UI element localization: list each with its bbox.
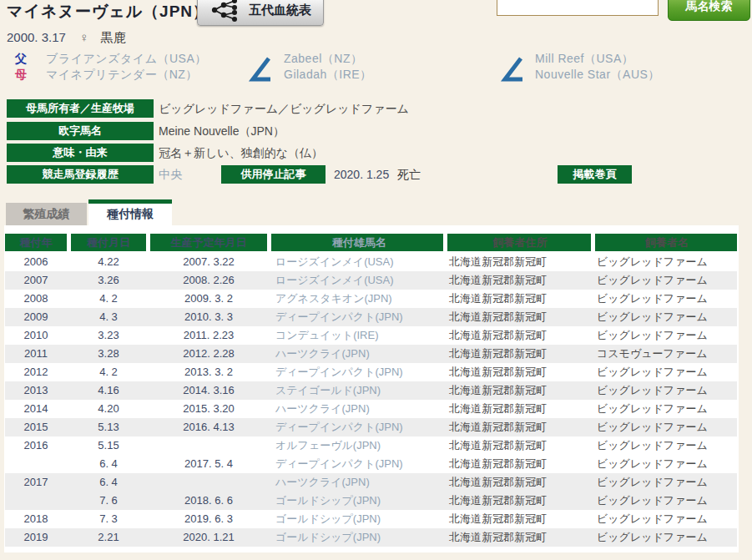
angle-icon <box>246 55 276 83</box>
death-note: 2020. 1.25 死亡 <box>334 165 421 184</box>
stallion-name[interactable]: コンデュイット(IRE) <box>271 326 443 345</box>
info-row: 競走馬登録履歴 中央 供用停止記事 2020. 1.25 死亡 掲載巻頁 <box>0 165 752 184</box>
table-row: 20165.15オルフェーヴル(JPN)北海道新冠郡新冠町ビッグレッドファーム <box>5 436 737 455</box>
breeder-name: ビッグレッドファーム <box>595 290 737 308</box>
info-value-latin-name: Meine Nouvelle（JPN） <box>159 122 285 140</box>
due-date: 2012. 2.28 <box>150 345 267 363</box>
table-row: 20073.262008. 2.26ロージズインメイ(USA)北海道新冠郡新冠町… <box>5 271 737 290</box>
due-date: 2015. 3.20 <box>150 400 267 418</box>
due-date: 2009. 3. 2 <box>150 290 267 308</box>
stallion-name[interactable]: アグネスタキオン(JPN) <box>271 290 443 308</box>
seed-year: 2009 <box>5 308 67 326</box>
breeder-name: ビッグレッドファーム <box>595 492 737 510</box>
stallion-name[interactable]: ハーツクライ(JPN) <box>271 400 443 418</box>
horse-search-button[interactable]: 馬名検索 <box>668 0 750 21</box>
breeder-name: コスモヴューファーム <box>595 345 737 363</box>
seed-year: 2015 <box>5 418 67 436</box>
seed-year: 2008 <box>5 290 67 308</box>
seed-year: 2014 <box>5 400 67 418</box>
seed-date: 4.22 <box>71 253 146 271</box>
tab-mating-info[interactable]: 種付情報 <box>88 199 172 225</box>
stallion-name[interactable]: ステイゴールド(JPN) <box>271 381 443 400</box>
stallion-name[interactable]: ゴールドシップ(JPN) <box>271 510 443 528</box>
due-date: 2017. 5. 4 <box>150 455 267 473</box>
stallion-name[interactable]: ロージズインメイ(USA) <box>271 253 443 271</box>
column-header-due-date: 生産予定年月日 <box>150 234 267 251</box>
seed-date: 3.26 <box>71 271 146 290</box>
seed-date: 3.23 <box>71 326 146 345</box>
stallion-name[interactable]: ディープインパクト(JPN) <box>271 455 443 473</box>
stallion-name[interactable]: ディープインパクト(JPN) <box>271 308 443 326</box>
due-date: 2016. 4.13 <box>150 418 267 436</box>
table-header-row: 種付年種付月日生産予定年月日種付雄馬名飼養者住所飼養者名 <box>5 234 737 251</box>
info-value-registration-history: 中央 <box>159 165 182 184</box>
stallion-name[interactable]: ゴールドシップ(JPN) <box>271 492 443 510</box>
dam-dam-name[interactable]: Giladah（IRE） <box>284 68 372 83</box>
ancestor-sire-name[interactable]: Mill Reef（USA） <box>535 52 633 67</box>
dam-name[interactable]: マイネプリテンダー（NZ） <box>46 68 198 83</box>
angle-icon <box>498 55 528 83</box>
breeder-name: ビッグレッドファーム <box>595 308 737 326</box>
seed-year: 2019 <box>5 528 67 547</box>
five-gen-pedigree-button[interactable]: 五代血統表 <box>197 0 324 26</box>
column-header-breeder-name: 飼養者名 <box>595 234 737 251</box>
seed-date: 5.15 <box>71 436 146 455</box>
breeder-address: 北海道新冠郡新冠町 <box>447 326 591 345</box>
breeder-address: 北海道新冠郡新冠町 <box>447 436 591 455</box>
seed-date: 4. 3 <box>71 308 146 326</box>
pedigree-tree-icon <box>209 0 243 23</box>
breeder-address: 北海道新冠郡新冠町 <box>447 510 591 528</box>
due-date: 2007. 3.22 <box>150 253 267 271</box>
publication-page-button[interactable]: 掲載巻頁 <box>558 165 632 184</box>
due-date: 2020. 1.21 <box>150 528 267 547</box>
seed-year: 2017 <box>5 473 67 492</box>
info-value-owner-farm: ビッグレッドファーム／ビッグレッドファーム <box>159 99 409 118</box>
breeder-address: 北海道新冠郡新冠町 <box>447 271 591 290</box>
dam-sire-name[interactable]: Zabeel（NZ） <box>284 52 362 67</box>
info-value-name-meaning: 冠名＋新しい、独創的な（仏） <box>159 144 323 162</box>
breeder-address: 北海道新冠郡新冠町 <box>447 455 591 473</box>
stallion-name[interactable]: ゴールドシップ(JPN) <box>271 528 443 547</box>
stallion-name[interactable]: オルフェーヴル(JPN) <box>271 436 443 455</box>
due-date: 2019. 6. 3 <box>150 510 267 528</box>
info-row: 意味・由来 冠名＋新しい、独創的な（仏） <box>0 144 752 162</box>
table-row: 20176. 4ハーツクライ(JPN)北海道新冠郡新冠町ビッグレッドファーム <box>5 473 737 492</box>
seed-date: 6. 4 <box>71 455 146 473</box>
stallion-name[interactable]: ハーツクライ(JPN) <box>271 473 443 492</box>
stallion-name[interactable]: ハーツクライ(JPN) <box>271 345 443 363</box>
table-row: 20155.132016. 4.13ディープインパクト(JPN)北海道新冠郡新冠… <box>5 418 737 436</box>
column-header-seed-date: 種付月日 <box>71 234 146 251</box>
breeder-name: ビッグレッドファーム <box>595 381 737 400</box>
stallion-name[interactable]: ディープインパクト(JPN) <box>271 418 443 436</box>
breeder-name: ビッグレッドファーム <box>595 253 737 271</box>
horse-search-input[interactable] <box>497 0 659 16</box>
table-row: 20084. 22009. 3. 2アグネスタキオン(JPN)北海道新冠郡新冠町… <box>5 290 737 308</box>
table-row: 20094. 32010. 3. 3ディープインパクト(JPN)北海道新冠郡新冠… <box>5 308 737 326</box>
female-sex-symbol: ♀ <box>79 30 88 44</box>
stallion-name[interactable]: ロージズインメイ(USA) <box>271 271 443 290</box>
five-gen-pedigree-label: 五代血統表 <box>249 3 311 18</box>
breeder-name: ビッグレッドファーム <box>595 473 737 492</box>
breeder-address: 北海道新冠郡新冠町 <box>447 400 591 418</box>
breeder-name: ビッグレッドファーム <box>595 510 737 528</box>
seed-year: 2016 <box>5 436 67 455</box>
table-row: 7. 62018. 6. 6ゴールドシップ(JPN)北海道新冠郡新冠町ビッグレッ… <box>5 492 737 510</box>
tab-breeding-results[interactable]: 繁殖成績 <box>6 203 87 225</box>
info-row: 母馬所有者／生産牧場 ビッグレッドファーム／ビッグレッドファーム <box>0 99 752 118</box>
table-row: 20113.282012. 2.28ハーツクライ(JPN)北海道新冠郡新冠町コス… <box>5 345 737 363</box>
info-label-registration-history: 競走馬登録履歴 <box>7 165 154 184</box>
due-date: 2011. 2.23 <box>150 326 267 345</box>
info-row: 欧字馬名 Meine Nouvelle（JPN） <box>0 122 752 140</box>
stud-stop-article-button[interactable]: 供用停止記事 <box>221 165 326 184</box>
stallion-name[interactable]: ディープインパクト(JPN) <box>271 363 443 381</box>
breeder-address: 北海道新冠郡新冠町 <box>447 290 591 308</box>
ancestor-dam-name[interactable]: Nouvelle Star（AUS） <box>535 68 660 83</box>
sire-name[interactable]: ブライアンズタイム（USA） <box>46 52 207 67</box>
sire-label: 父 <box>15 52 27 67</box>
table-row: 20103.232011. 2.23コンデュイット(IRE)北海道新冠郡新冠町ビ… <box>5 326 737 345</box>
seed-date: 7. 3 <box>71 510 146 528</box>
info-label-name-meaning: 意味・由来 <box>7 144 154 162</box>
table-row: 20064.222007. 3.22ロージズインメイ(USA)北海道新冠郡新冠町… <box>5 253 737 271</box>
info-label-latin-name: 欧字馬名 <box>7 122 154 140</box>
breeder-name: ビッグレッドファーム <box>595 455 737 473</box>
